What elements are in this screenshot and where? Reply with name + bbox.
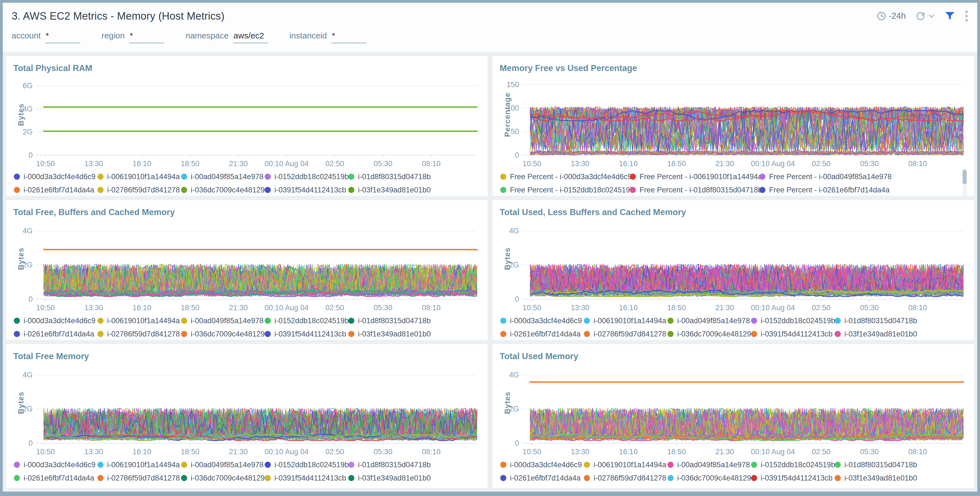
legend-item[interactable]: i-000d3a3dcf4e4d6c9 xyxy=(500,461,584,469)
legend-item[interactable]: Free Percent - i-000d3a3dcf4e4d6c9 xyxy=(500,173,630,181)
legend-item[interactable]: i-00619010f1a14494a xyxy=(97,173,181,181)
legend-item[interactable]: Free Percent - i-0152ddb18c024519b xyxy=(500,186,630,194)
legend-series-label: i-036dc7009c4e48129 xyxy=(677,330,751,338)
legend-item[interactable]: Free Percent - i-00619010f1a14494a xyxy=(630,173,759,181)
legend-item[interactable]: i-01d8f80315d04718b xyxy=(348,317,432,325)
legend-item[interactable]: i-03f1e349ad81e01b0 xyxy=(348,474,432,482)
legend-item[interactable]: i-01d8f80315d04718b xyxy=(348,461,432,469)
legend-item[interactable]: i-00619010f1a14494a xyxy=(97,461,181,469)
line-chart[interactable]: 02G4G10:5013:3016:1018:5021:3000:10 Aug … xyxy=(500,220,967,312)
legend-item[interactable]: i-02786f59d7d841278 xyxy=(97,186,181,194)
legend-item[interactable]: i-000d3a3dcf4e4d6c9 xyxy=(14,317,97,325)
legend-item[interactable]: i-0152ddb18c024519b xyxy=(265,173,348,181)
legend-item[interactable]: i-03f1e349ad81e01b0 xyxy=(835,330,918,338)
svg-text:18:50: 18:50 xyxy=(181,160,200,168)
legend-item[interactable]: i-0152ddb18c024519b xyxy=(751,461,835,469)
legend-item[interactable]: i-036dc7009c4e48129 xyxy=(181,330,265,338)
legend-item[interactable]: i-01d8f80315d04718b xyxy=(835,317,918,325)
legend-item[interactable]: i-0391f54d4112413cb xyxy=(265,474,348,482)
legend-series-label: i-00ad049f85a14e978 xyxy=(191,317,264,325)
legend-item[interactable]: i-0152ddb18c024519b xyxy=(265,317,348,325)
legend-item[interactable]: i-00619010f1a14494a xyxy=(97,317,181,325)
time-range-button[interactable]: -24h xyxy=(877,11,906,21)
legend-item[interactable]: i-0152ddb18c024519b xyxy=(751,317,835,325)
legend-item[interactable]: i-00ad049f85a14e978 xyxy=(181,461,265,469)
legend-item[interactable]: i-00ad049f85a14e978 xyxy=(181,173,265,181)
legend-item[interactable]: i-03f1e349ad81e01b0 xyxy=(348,330,432,338)
legend-item[interactable]: i-01d8f80315d04718b xyxy=(835,461,918,469)
legend-item[interactable]: i-0261e6fbf7d14da4a xyxy=(14,330,97,338)
refresh-button[interactable] xyxy=(915,11,935,21)
legend-item[interactable]: i-036dc7009c4e48129 xyxy=(181,474,265,482)
legend-item[interactable]: i-00ad049f85a14e978 xyxy=(667,317,751,325)
header-controls: -24h xyxy=(877,10,968,22)
svg-text:2G: 2G xyxy=(509,261,519,269)
legend-item[interactable]: i-02786f59d7d841278 xyxy=(584,330,667,338)
svg-text:10:50: 10:50 xyxy=(522,304,541,312)
legend-series-label: i-0261e6fbf7d14da4a xyxy=(510,474,581,482)
line-chart[interactable]: 02G4G10:5013:3016:1018:5021:3000:10 Aug … xyxy=(13,364,480,456)
legend-item[interactable]: Free Percent - i-00ad049f85a14e978 xyxy=(759,173,889,181)
legend-series-dot xyxy=(265,462,271,468)
legend-series-dot xyxy=(348,174,354,180)
filter-region-input[interactable]: * xyxy=(129,31,164,43)
kebab-menu-button[interactable] xyxy=(964,10,968,22)
svg-text:02:50: 02:50 xyxy=(812,304,831,312)
legend-item[interactable]: i-036dc7009c4e48129 xyxy=(181,186,265,194)
legend-item[interactable]: i-0152ddb18c024519b xyxy=(265,461,348,469)
legend-item[interactable]: i-00619010f1a14494a xyxy=(584,461,667,469)
svg-text:10:50: 10:50 xyxy=(522,448,541,456)
line-chart[interactable]: 05010015010:5013:3016:1018:5021:3000:10 … xyxy=(500,76,967,168)
filter-button[interactable] xyxy=(945,11,955,21)
legend-item[interactable]: i-0391f54d4112413cb xyxy=(751,330,835,338)
legend-item[interactable]: Free Percent - i-0261e6fbf7d14da4a xyxy=(759,186,889,194)
legend-item[interactable]: i-00619010f1a14494a xyxy=(584,317,667,325)
legend-scrollbar-thumb[interactable] xyxy=(963,170,967,184)
svg-text:2G: 2G xyxy=(23,128,33,136)
svg-text:16:10: 16:10 xyxy=(133,448,151,456)
legend-item[interactable]: i-0261e6fbf7d14da4a xyxy=(14,186,97,194)
legend-item[interactable]: i-0261e6fbf7d14da4a xyxy=(500,474,584,482)
filter-namespace-input[interactable]: aws/ec2 xyxy=(233,31,268,43)
svg-text:05:30: 05:30 xyxy=(860,304,879,312)
legend-item[interactable]: i-02786f59d7d841278 xyxy=(584,474,667,482)
filter-account-input[interactable]: * xyxy=(45,31,80,43)
legend-series-label: i-0152ddb18c024519b xyxy=(274,461,349,469)
legend-item[interactable]: i-00ad049f85a14e978 xyxy=(181,317,265,325)
chart-legend: i-000d3a3dcf4e4d6c9i-00619010f1a14494ai-… xyxy=(13,312,480,340)
legend-item[interactable]: i-0261e6fbf7d14da4a xyxy=(500,330,584,338)
legend-item[interactable]: i-00ad049f85a14e978 xyxy=(667,461,751,469)
legend-series-dot xyxy=(265,174,271,180)
panel-title: Memory Free vs Used Percentage xyxy=(500,63,967,73)
line-chart[interactable]: 02G4G6G10:5013:3016:1018:5021:3000:10 Au… xyxy=(13,76,480,168)
svg-text:18:50: 18:50 xyxy=(667,160,686,168)
legend-item[interactable]: i-0261e6fbf7d14da4a xyxy=(14,474,97,482)
legend-item[interactable]: i-02786f59d7d841278 xyxy=(97,330,181,338)
legend-item[interactable]: i-02786f59d7d841278 xyxy=(97,474,181,482)
legend-item[interactable]: i-000d3a3dcf4e4d6c9 xyxy=(14,173,97,181)
legend-series-dot xyxy=(181,475,187,481)
legend-series-dot xyxy=(751,331,757,337)
legend-item[interactable]: i-036dc7009c4e48129 xyxy=(667,330,751,338)
page-title: 3. AWS EC2 Metrics - Memory (Host Metric… xyxy=(12,10,224,22)
panel-memory-free-vs-used-percentage: Memory Free vs Used Percentage Percentag… xyxy=(493,56,974,196)
legend-item[interactable]: Free Percent - i-01d8f80315d04718b xyxy=(630,186,759,194)
legend-item[interactable]: i-000d3a3dcf4e4d6c9 xyxy=(14,461,97,469)
filter-instanceid-input[interactable]: * xyxy=(331,31,366,43)
legend-item[interactable]: i-036dc7009c4e48129 xyxy=(667,474,751,482)
legend-item[interactable]: i-01d8f80315d04718b xyxy=(348,173,432,181)
svg-text:10:50: 10:50 xyxy=(522,160,541,168)
legend-item[interactable]: i-000d3a3dcf4e4d6c9 xyxy=(500,317,584,325)
line-chart[interactable]: 02G4G10:5013:3016:1018:5021:3000:10 Aug … xyxy=(500,364,967,456)
svg-text:02:50: 02:50 xyxy=(326,160,344,168)
line-chart[interactable]: 02G4G10:5013:3016:1018:5021:3000:10 Aug … xyxy=(13,220,480,312)
svg-text:0: 0 xyxy=(515,295,519,303)
legend-item[interactable]: i-0391f54d4112413cb xyxy=(265,330,348,338)
legend-series-label: i-00ad049f85a14e978 xyxy=(191,461,264,469)
legend-item[interactable]: i-03f1e349ad81e01b0 xyxy=(835,474,918,482)
svg-text:05:30: 05:30 xyxy=(860,448,879,456)
svg-text:13:30: 13:30 xyxy=(571,160,590,168)
legend-item[interactable]: i-0391f54d4112413cb xyxy=(751,474,835,482)
legend-item[interactable]: i-0391f54d4112413cb xyxy=(265,186,348,194)
legend-item[interactable]: i-03f1e349ad81e01b0 xyxy=(348,186,432,194)
